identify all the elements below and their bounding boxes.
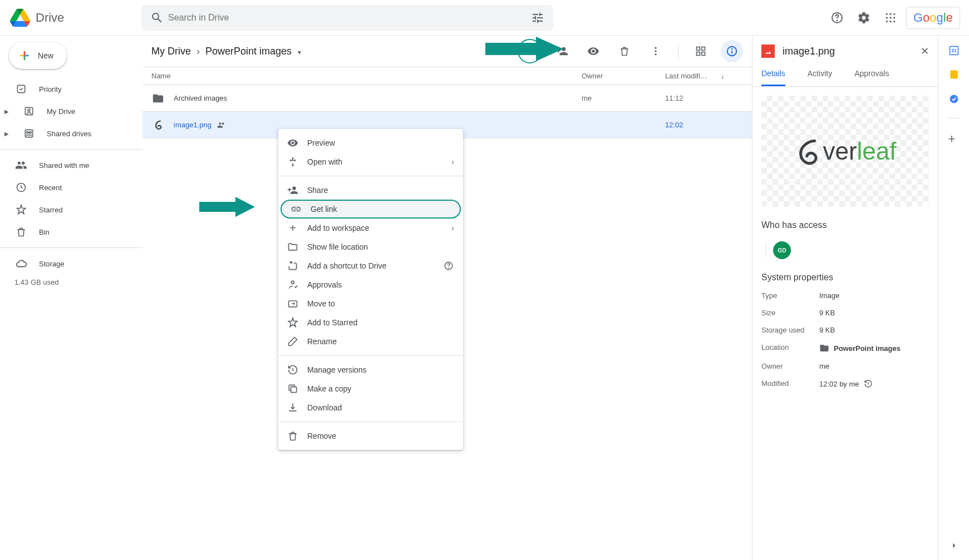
svg-point-7 [893, 17, 895, 18]
menu-download[interactable]: Download [278, 398, 463, 417]
table-row[interactable]: Archived images me 11:12 [142, 85, 752, 112]
sort-arrow-down-icon: ↓ [721, 72, 725, 80]
logo-text-leaf: leaf [857, 137, 897, 165]
access-section-title: Who has access [752, 216, 938, 235]
add-panel-icon[interactable]: + [948, 132, 960, 143]
nav-storage[interactable]: Storage [0, 252, 142, 275]
nav-recent[interactable]: Recent [0, 176, 142, 199]
svg-point-8 [886, 21, 888, 22]
menu-label: Open with [307, 157, 442, 166]
tasks-icon[interactable] [948, 93, 960, 105]
svg-point-1 [837, 20, 837, 21]
settings-gear-icon[interactable] [853, 7, 875, 29]
logo-area[interactable]: Drive [9, 7, 141, 29]
menu-label: Approvals [307, 280, 454, 289]
column-name[interactable]: Name [151, 72, 582, 80]
menu-move-to[interactable]: Move to [278, 294, 463, 313]
breadcrumb-root[interactable]: My Drive [151, 46, 191, 57]
keep-icon[interactable] [948, 69, 960, 80]
delete-trash-icon[interactable] [613, 40, 636, 62]
svg-rect-22 [702, 47, 705, 51]
calendar-icon[interactable]: 31 [948, 44, 960, 56]
preview-eye-icon[interactable] [582, 40, 604, 62]
apps-grid-icon[interactable] [879, 7, 902, 29]
menu-add-to-workspace[interactable]: + Add to workspace › [278, 219, 463, 237]
chevron-right-icon: › [451, 157, 454, 166]
prop-label: Size [761, 309, 819, 317]
menu-show-file-location[interactable]: Show file location [278, 237, 463, 256]
menu-label: Share [307, 186, 454, 195]
menu-make-a-copy[interactable]: Make a copy [278, 379, 463, 398]
support-icon[interactable] [826, 7, 848, 29]
tune-icon[interactable] [527, 7, 549, 29]
history-icon[interactable] [864, 379, 873, 388]
svg-point-9 [889, 21, 891, 22]
nav-my-drive[interactable]: ▶ My Drive [0, 100, 142, 122]
column-modified-label: Last modifi… [665, 72, 707, 80]
menu-label: Remove [307, 432, 454, 440]
right-rail: 31 + [938, 36, 969, 560]
svg-point-13 [28, 109, 30, 111]
tab-approvals[interactable]: Approvals [854, 62, 889, 86]
search-input[interactable] [168, 13, 527, 23]
header: Drive Google [0, 0, 969, 36]
menu-manage-versions[interactable]: Manage versions [278, 360, 463, 379]
grid-view-icon[interactable] [690, 40, 712, 62]
link-access-icon[interactable] [773, 241, 791, 259]
new-button[interactable]: New [9, 42, 67, 69]
svg-rect-24 [702, 52, 705, 56]
tab-details[interactable]: Details [761, 62, 785, 86]
svg-point-2 [886, 13, 888, 14]
toolbar-divider [678, 44, 678, 58]
column-modified[interactable]: Last modifi… ↓ [665, 72, 743, 80]
chevron-right-icon: › [451, 224, 454, 232]
modified-text: 12:02 by me [819, 380, 859, 388]
menu-preview[interactable]: Preview [278, 133, 463, 152]
nav-priority[interactable]: Priority [0, 78, 142, 100]
menu-share[interactable]: Share [278, 181, 463, 200]
breadcrumb-current-label: PowerPoint images [205, 46, 292, 57]
expand-icon[interactable]: ▶ [4, 108, 11, 115]
more-options-icon[interactable] [645, 40, 667, 62]
svg-point-31 [950, 95, 958, 103]
svg-point-15 [27, 132, 28, 133]
tab-activity[interactable]: Activity [808, 62, 832, 86]
menu-get-link[interactable]: Get link [281, 200, 461, 219]
info-icon[interactable] [721, 40, 743, 62]
menu-add-shortcut[interactable]: Add a shortcut to Drive [278, 256, 463, 275]
nav-shared-drives[interactable]: ▶ Shared drives [0, 122, 142, 145]
nav-starred[interactable]: Starred [0, 199, 142, 221]
preview-thumbnail[interactable]: verleaf [761, 96, 929, 207]
column-owner[interactable]: Owner [582, 72, 665, 80]
menu-open-with[interactable]: Open with › [278, 152, 463, 171]
location-text: PowerPoint images [834, 344, 901, 353]
nav-bin[interactable]: Bin [0, 221, 142, 243]
google-account-logo[interactable]: Google [906, 7, 960, 29]
details-title: image1.png [783, 46, 913, 57]
menu-add-to-starred[interactable]: Add to Starred [278, 313, 463, 332]
logo-text-over: ver [823, 137, 857, 165]
prop-value: me [819, 362, 929, 370]
menu-divider [278, 176, 463, 176]
link-icon [291, 204, 302, 215]
expand-icon[interactable]: ▶ [4, 131, 11, 137]
prop-value[interactable]: PowerPoint images [819, 343, 929, 353]
menu-approvals[interactable]: Approvals [278, 275, 463, 294]
rename-icon [287, 336, 298, 347]
search-bar[interactable] [141, 5, 553, 31]
starred-icon [14, 203, 28, 216]
storage-used-text: 1.43 GB used [0, 275, 142, 290]
prop-label: Type [761, 291, 819, 300]
overleaf-thumbnail-icon [151, 118, 165, 132]
nav-shared-with-me[interactable]: Shared with me [0, 154, 142, 176]
breadcrumb-current[interactable]: PowerPoint images ▾ [205, 46, 301, 57]
menu-remove[interactable]: Remove [278, 427, 463, 445]
search-icon[interactable] [146, 7, 168, 29]
help-icon [443, 260, 454, 271]
close-icon[interactable]: ✕ [921, 45, 929, 57]
menu-rename[interactable]: Rename [278, 332, 463, 351]
collapse-rail-icon[interactable] [948, 540, 960, 551]
file-name-text: image1.png [174, 121, 211, 129]
plus-icon [18, 49, 31, 62]
details-panel: image1.png ✕ Details Activity Approvals … [752, 36, 938, 560]
